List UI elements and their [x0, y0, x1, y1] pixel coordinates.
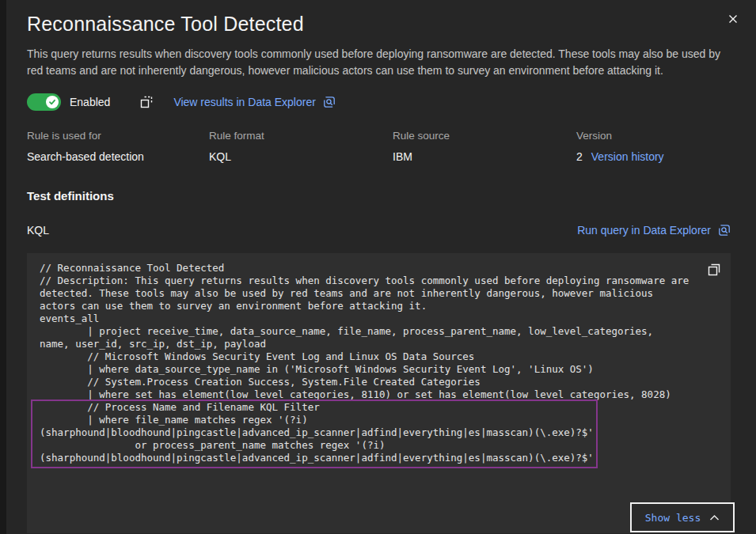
rule-metadata: Rule is used for Search-based detection …	[27, 130, 731, 163]
copy-code-icon[interactable]	[705, 260, 724, 279]
enabled-toggle[interactable]	[27, 93, 61, 111]
toggle-label: Enabled	[70, 96, 110, 108]
toggle-knob	[46, 96, 59, 108]
kql-query-text[interactable]: // Reconnaissance Tool Detected // Descr…	[27, 253, 731, 473]
test-definitions-heading: Test definitions	[27, 189, 731, 203]
data-explorer-icon	[323, 96, 336, 108]
rule-details-modal: Reconnaissance Tool Detected This query …	[6, 0, 756, 534]
show-less-button[interactable]: Show less	[630, 502, 735, 532]
view-results-link[interactable]: View results in Data Explorer	[173, 96, 335, 108]
kql-code-block: // Reconnaissance Tool Detected // Descr…	[27, 253, 731, 533]
copy-rule-icon[interactable]	[137, 93, 156, 112]
language-label: KQL	[27, 224, 49, 237]
chevron-up-icon	[709, 514, 720, 521]
meta-format: Rule format KQL	[209, 130, 393, 163]
show-less-label: Show less	[645, 512, 701, 524]
meta-label: Version	[576, 130, 731, 142]
checkmark-icon	[48, 98, 56, 106]
version-history-link[interactable]: Version history	[591, 150, 664, 163]
meta-value: Search-based detection	[27, 150, 209, 163]
meta-value: IBM	[393, 150, 576, 163]
close-icon[interactable]	[724, 10, 742, 28]
meta-used-for: Rule is used for Search-based detection	[27, 130, 209, 163]
run-query-link-label: Run query in Data Explorer	[577, 224, 711, 237]
data-explorer-icon	[718, 224, 731, 237]
meta-value: KQL	[209, 150, 393, 163]
page-title: Reconnaissance Tool Detected	[27, 13, 731, 36]
run-query-link[interactable]: Run query in Data Explorer	[577, 224, 731, 237]
meta-label: Rule is used for	[27, 130, 209, 142]
meta-label: Rule format	[209, 130, 393, 142]
view-results-link-label: View results in Data Explorer	[173, 96, 315, 108]
kql-header-row: KQL Run query in Data Explorer	[27, 224, 731, 237]
meta-label: Rule source	[393, 130, 576, 142]
meta-source: Rule source IBM	[393, 130, 576, 163]
meta-version: Version 2 Version history	[576, 130, 731, 163]
version-number: 2	[576, 150, 583, 163]
rule-description: This query returns results when discover…	[27, 46, 731, 79]
rule-controls-row: Enabled View results in Data Explorer	[27, 93, 731, 112]
